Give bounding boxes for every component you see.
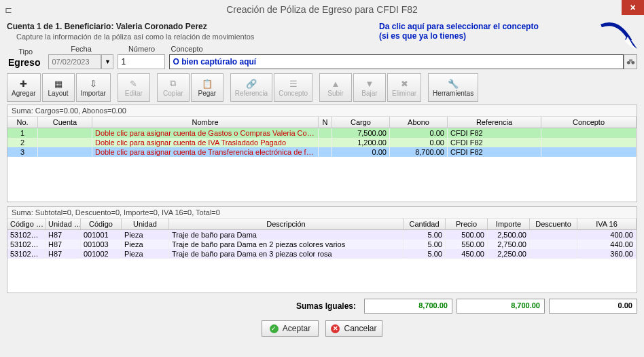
col-cuenta[interactable]: Cuenta: [38, 117, 92, 128]
toolbar-editar[interactable]: ✎Editar: [118, 73, 150, 102]
concepto-label: Concepto: [171, 45, 637, 53]
check-icon: ✓: [270, 324, 279, 333]
cell-importe: 2,250.00: [488, 249, 530, 259]
cancel-button[interactable]: ✕Cancelar: [325, 320, 382, 337]
toolbar-layout-label: Layout: [48, 90, 69, 97]
movements-body[interactable]: 1Doble clic para asignar cuenta de Gasto…: [7, 128, 637, 202]
cell-desc: Traje de baño para Dama en 2 piezas colo…: [169, 240, 404, 249]
cell-cuenta: [38, 138, 92, 147]
cell-unidad: Pieza: [122, 249, 169, 259]
cell-iva: 400.00: [577, 230, 637, 240]
toolbar-agregar[interactable]: ✚Agregar: [7, 73, 41, 102]
col-no[interactable]: No.: [7, 117, 38, 128]
fields-row: Tipo Egreso Fecha ▼ Número Concepto: [4, 45, 640, 73]
toolbar-copiar-label: Copiar: [163, 90, 183, 97]
toolbar-copiar[interactable]: ⧉Copiar: [157, 73, 190, 102]
col-unidad-s[interactable]: Unidad …: [46, 219, 81, 229]
cell-cantidad: 5.00: [404, 249, 446, 259]
col-nombre[interactable]: Nombre: [92, 117, 319, 128]
col-unidad[interactable]: Unidad: [122, 219, 169, 229]
cell-descuento: [530, 230, 577, 240]
col-ref[interactable]: Referencia: [448, 117, 541, 128]
cell-unidad: Pieza: [122, 230, 169, 240]
totals-row: Sumas Iguales: 8,700.00 8,700.00 0.00: [4, 293, 640, 319]
fecha-dropdown-button[interactable]: ▼: [101, 54, 113, 69]
concepto-lookup-button[interactable]: [624, 54, 637, 69]
col-descuento[interactable]: Descuento: [530, 219, 577, 229]
plus-icon: ✚: [18, 78, 29, 89]
toolbar-pegar[interactable]: 📋Pegar: [191, 73, 223, 102]
cell-concepto: [541, 147, 637, 157]
cell-cargo: 7,500.00: [332, 128, 390, 138]
cell-codigo: 53102802: [7, 240, 46, 249]
cell-nombre: Doble clic para asignar cuenta de IVA Tr…: [92, 138, 319, 147]
col-n[interactable]: N: [319, 117, 332, 128]
cell-n: [319, 128, 332, 138]
cell-codigo2: 001001: [81, 230, 122, 240]
toolbar-referencia-label: Referencia: [235, 90, 268, 97]
items-body[interactable]: 53102802H87001001PiezaTraje de baño para…: [7, 230, 637, 293]
movements-row[interactable]: 3Doble clic para asignar cuenta de Trans…: [7, 147, 637, 157]
toolbar-herramientas-label: Herramientas: [433, 90, 473, 97]
items-row[interactable]: 53102802H87001003PiezaTraje de baño para…: [7, 240, 637, 249]
col-concepto[interactable]: Concepto: [541, 117, 637, 128]
account-bar: Cuenta 1 de 1. Beneficiario: Valeria Cor…: [4, 19, 640, 45]
col-codigo[interactable]: Código …: [7, 219, 46, 229]
accept-button[interactable]: ✓Aceptar: [262, 320, 319, 337]
cell-concepto: [541, 128, 637, 138]
toolbar-editar-label: Editar: [125, 90, 143, 97]
edit-icon: ✎: [128, 78, 139, 89]
toolbar-importar[interactable]: ⇩Importar: [76, 73, 111, 102]
paste-icon: 📋: [202, 78, 213, 89]
cell-no: 3: [7, 147, 38, 157]
movements-row[interactable]: 1Doble clic para asignar cuenta de Gasto…: [7, 128, 637, 138]
concepto-input[interactable]: [169, 54, 624, 69]
toolbar-bajar-label: Bajar: [361, 90, 377, 97]
dialog-buttons: ✓Aceptar ✕Cancelar: [4, 319, 640, 339]
col-precio[interactable]: Precio: [446, 219, 488, 229]
cell-concepto: [541, 138, 637, 147]
col-cargo[interactable]: Cargo: [332, 117, 390, 128]
toolbar: ✚Agregar ▦Layout ⇩Importar ✎Editar ⧉Copi…: [4, 73, 640, 105]
toolbar-herramientas[interactable]: 🔧Herramientas: [428, 73, 478, 102]
cell-iva: 440.00: [577, 240, 637, 249]
layout-icon: ▦: [53, 78, 64, 89]
items-row[interactable]: 53102802H87001002PiezaTraje de baño para…: [7, 249, 637, 259]
toolbar-importar-label: Importar: [81, 90, 106, 97]
toolbar-referencia[interactable]: 🔗Referencia: [230, 73, 272, 102]
cell-precio: 450.00: [446, 249, 488, 259]
col-abono[interactable]: Abono: [390, 117, 448, 128]
toolbar-concepto[interactable]: ☰Concepto: [274, 73, 312, 102]
items-row[interactable]: 53102802H87001001PiezaTraje de baño para…: [7, 230, 637, 240]
svg-rect-4: [629, 59, 632, 61]
col-iva[interactable]: IVA 16: [577, 219, 637, 229]
cell-nombre: Doble clic para asignar cuenta de Transf…: [92, 147, 319, 157]
close-button[interactable]: ×: [622, 0, 644, 15]
col-cantidad[interactable]: Cantidad: [404, 219, 446, 229]
cell-precio: 500.00: [446, 230, 488, 240]
account-subheader: Capture la información de la póliza así …: [7, 31, 379, 45]
toolbar-bajar[interactable]: ▼Bajar: [353, 73, 386, 102]
cell-codigo2: 001002: [81, 249, 122, 259]
cell-abono: 0.00: [390, 128, 448, 138]
import-icon: ⇩: [88, 78, 99, 89]
col-codigo2[interactable]: Código: [81, 219, 122, 229]
cell-codigo2: 001003: [81, 240, 122, 249]
numero-label: Número: [128, 45, 155, 53]
toolbar-layout[interactable]: ▦Layout: [42, 73, 75, 102]
fecha-input[interactable]: [48, 54, 101, 69]
cell-nombre: Doble clic para asignar cuenta de Gastos…: [92, 128, 319, 138]
toolbar-agregar-label: Agregar: [12, 90, 36, 97]
field-concepto: Concepto: [169, 45, 637, 69]
totals-abonos: 8,700.00: [457, 299, 545, 314]
tipo-label: Tipo: [18, 48, 33, 56]
col-importe[interactable]: Importe: [488, 219, 530, 229]
movements-row[interactable]: 2Doble clic para asignar cuenta de IVA T…: [7, 138, 637, 147]
toolbar-subir[interactable]: ▲Subir: [319, 73, 352, 102]
numero-input[interactable]: [118, 54, 165, 69]
cell-ref: CFDI F82: [448, 138, 541, 147]
col-desc[interactable]: Descripción: [169, 219, 404, 229]
toolbar-eliminar[interactable]: ✖Eliminar: [387, 73, 421, 102]
cell-unidad-s: H87: [46, 230, 81, 240]
concept-icon: ☰: [288, 78, 299, 89]
